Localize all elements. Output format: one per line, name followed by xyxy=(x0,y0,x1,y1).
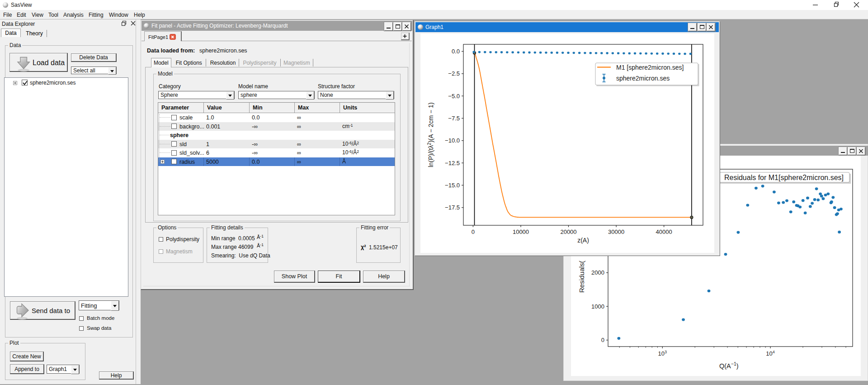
svg-text:2000: 2000 xyxy=(591,269,604,276)
svg-text:10000: 10000 xyxy=(513,228,529,235)
svg-text:−10.0: −10.0 xyxy=(445,137,460,144)
svg-text:−12.5: −12.5 xyxy=(445,160,460,166)
svg-text:−17.5: −17.5 xyxy=(445,204,460,211)
svg-text:Residuals(: Residuals( xyxy=(578,261,585,293)
svg-text:z(A): z(A) xyxy=(577,237,589,244)
svg-text:Residuals for M1[sphere2micron: Residuals for M1[sphere2micron.ses] xyxy=(724,174,844,181)
svg-text:−7.5: −7.5 xyxy=(448,115,460,122)
svg-text:ln(P)/(tλ2)(A − 2cm − 1): ln(P)/(tλ2)(A − 2cm − 1) xyxy=(427,102,435,167)
svg-text:40000: 40000 xyxy=(656,228,672,235)
svg-text:Q(A−1): Q(A−1) xyxy=(719,361,739,370)
svg-text:30000: 30000 xyxy=(608,228,624,235)
svg-text:0: 0 xyxy=(601,337,604,343)
svg-text:1000: 1000 xyxy=(591,303,604,310)
svg-text:103: 103 xyxy=(658,350,667,357)
svg-text:−15.0: −15.0 xyxy=(445,182,460,189)
svg-text:−5.0: −5.0 xyxy=(448,93,460,100)
svg-text:104: 104 xyxy=(766,350,774,357)
svg-text:20000: 20000 xyxy=(560,228,576,235)
svg-text:−2.5: −2.5 xyxy=(448,70,460,77)
svg-text:M1 [sphere2micron.ses]: M1 [sphere2micron.ses] xyxy=(616,64,684,71)
svg-text:0.0: 0.0 xyxy=(452,48,460,55)
svg-text:0: 0 xyxy=(472,228,475,235)
svg-text:sphere2micron.ses: sphere2micron.ses xyxy=(616,75,670,82)
